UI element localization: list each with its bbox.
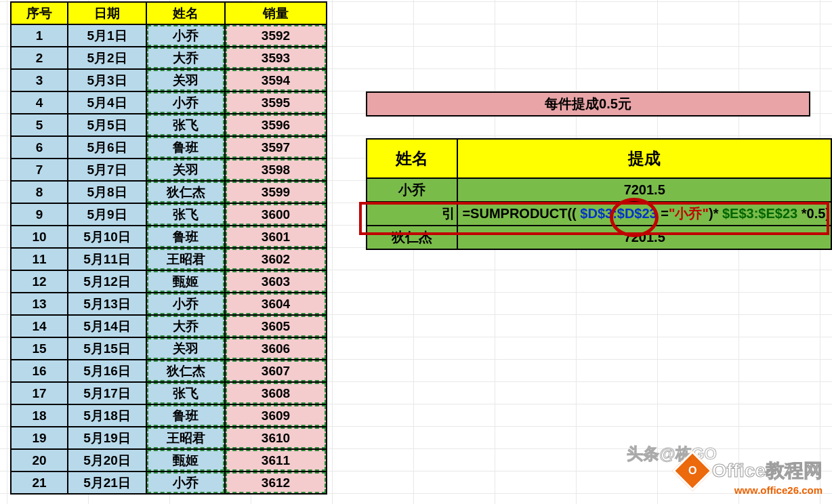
cell-name[interactable]: 张飞 — [146, 203, 225, 226]
sum-row[interactable]: 小乔 7201.5 — [367, 178, 831, 202]
cell-name[interactable]: 鲁班 — [146, 136, 225, 159]
cell-index[interactable]: 21 — [11, 471, 68, 494]
table-row[interactable]: 145月14日大乔3605 — [11, 315, 327, 337]
table-row[interactable]: 15月1日小乔3592 — [11, 24, 327, 47]
header-index[interactable]: 序号 — [11, 2, 68, 24]
table-row[interactable]: 95月9日张飞3600 — [11, 203, 327, 226]
header-value[interactable]: 销量 — [225, 2, 327, 24]
cell-value[interactable]: 3603 — [225, 270, 327, 293]
cell-value[interactable]: 3612 — [225, 471, 327, 494]
cell-value[interactable]: 3595 — [225, 91, 327, 114]
cell-value[interactable]: 3604 — [225, 293, 327, 315]
cell-value[interactable]: 3599 — [225, 181, 327, 203]
cell-index[interactable]: 15 — [11, 337, 68, 360]
cell-date[interactable]: 5月16日 — [68, 360, 146, 382]
cell-date[interactable]: 5月2日 — [68, 47, 146, 69]
cell-date[interactable]: 5月19日 — [68, 427, 146, 449]
cell-index[interactable]: 7 — [11, 159, 68, 181]
cell-name[interactable]: 狄仁杰 — [146, 360, 225, 382]
cell-name[interactable]: 狄仁杰 — [146, 181, 225, 203]
cell-index[interactable]: 13 — [11, 293, 68, 315]
cell-index[interactable]: 19 — [11, 427, 68, 449]
table-row[interactable]: 35月3日关羽3594 — [11, 69, 327, 91]
cell-date[interactable]: 5月11日 — [68, 248, 146, 270]
cell-name[interactable]: 鲁班 — [146, 226, 225, 248]
table-row[interactable]: 65月6日鲁班3597 — [11, 136, 327, 159]
table-row[interactable]: 165月16日狄仁杰3607 — [11, 360, 327, 382]
cell-name[interactable]: 关羽 — [146, 337, 225, 360]
cell-value[interactable]: 3597 — [225, 136, 327, 159]
cell-index[interactable]: 3 — [11, 69, 68, 91]
bonus-banner[interactable]: 每件提成0.5元 — [366, 91, 810, 117]
table-row[interactable]: 75月7日关羽3598 — [11, 159, 327, 181]
cell-date[interactable]: 5月9日 — [68, 203, 146, 226]
cell-value[interactable]: 3593 — [225, 47, 327, 69]
cell-index[interactable]: 10 — [11, 226, 68, 248]
header-date[interactable]: 日期 — [68, 2, 146, 24]
cell-index[interactable]: 17 — [11, 382, 68, 404]
sum-row-editing[interactable]: 引 =SUMPRODUCT(( $D$3:$D$23 ="小乔")* $E$3:… — [367, 202, 831, 226]
cell-date[interactable]: 5月12日 — [68, 270, 146, 293]
cell-name[interactable]: 关羽 — [146, 69, 225, 91]
cell-value[interactable]: 3602 — [225, 248, 327, 270]
cell-index[interactable]: 11 — [11, 248, 68, 270]
table-row[interactable]: 185月18日鲁班3609 — [11, 404, 327, 427]
cell-name[interactable]: 大乔 — [146, 315, 225, 337]
sum-row[interactable]: 狄仁杰 7201.5 — [367, 226, 831, 249]
cell-value[interactable]: 3608 — [225, 382, 327, 404]
summary-table[interactable]: 姓名 提成 小乔 7201.5 引 =SUMPRODUCT(( $D$3:$D$… — [366, 138, 832, 250]
table-row[interactable]: 135月13日小乔3604 — [11, 293, 327, 315]
cell-value[interactable]: 3610 — [225, 427, 327, 449]
sum-name[interactable]: 狄仁杰 — [367, 226, 457, 249]
cell-date[interactable]: 5月5日 — [68, 114, 146, 136]
table-row[interactable]: 85月8日狄仁杰3599 — [11, 181, 327, 203]
cell-date[interactable]: 5月21日 — [68, 471, 146, 494]
sum-name-truncated[interactable]: 引 — [367, 202, 457, 226]
cell-index[interactable]: 16 — [11, 360, 68, 382]
cell-index[interactable]: 14 — [11, 315, 68, 337]
cell-name[interactable]: 甄姬 — [146, 270, 225, 293]
cell-name[interactable]: 小乔 — [146, 91, 225, 114]
cell-value[interactable]: 3594 — [225, 69, 327, 91]
table-row[interactable]: 115月11日王昭君3602 — [11, 248, 327, 270]
cell-date[interactable]: 5月18日 — [68, 404, 146, 427]
sum-bonus[interactable]: 7201.5 — [457, 226, 831, 249]
cell-date[interactable]: 5月20日 — [68, 449, 146, 471]
sum-header-name[interactable]: 姓名 — [367, 139, 457, 178]
cell-index[interactable]: 4 — [11, 91, 68, 114]
cell-index[interactable]: 9 — [11, 203, 68, 226]
cell-date[interactable]: 5月13日 — [68, 293, 146, 315]
table-row[interactable]: 45月4日小乔3595 — [11, 91, 327, 114]
cell-date[interactable]: 5月6日 — [68, 136, 146, 159]
cell-date[interactable]: 5月3日 — [68, 69, 146, 91]
cell-name[interactable]: 王昭君 — [146, 248, 225, 270]
table-row[interactable]: 125月12日甄姬3603 — [11, 270, 327, 293]
cell-date[interactable]: 5月1日 — [68, 24, 146, 47]
table-row[interactable]: 25月2日大乔3593 — [11, 47, 327, 69]
table-row[interactable]: 195月19日王昭君3610 — [11, 427, 327, 449]
cell-value[interactable]: 3600 — [225, 203, 327, 226]
cell-index[interactable]: 6 — [11, 136, 68, 159]
table-row[interactable]: 175月17日张飞3608 — [11, 382, 327, 404]
cell-name[interactable]: 鲁班 — [146, 404, 225, 427]
cell-value[interactable]: 3605 — [225, 315, 327, 337]
cell-index[interactable]: 12 — [11, 270, 68, 293]
data-table[interactable]: 序号 日期 姓名 销量 15月1日小乔359225月2日大乔359335月3日关… — [10, 1, 327, 495]
cell-name[interactable]: 张飞 — [146, 114, 225, 136]
cell-date[interactable]: 5月17日 — [68, 382, 146, 404]
table-row[interactable]: 105月10日鲁班3601 — [11, 226, 327, 248]
cell-value[interactable]: 3592 — [225, 24, 327, 47]
cell-name[interactable]: 小乔 — [146, 293, 225, 315]
cell-value[interactable]: 3601 — [225, 226, 327, 248]
cell-name[interactable]: 小乔 — [146, 471, 225, 494]
cell-index[interactable]: 20 — [11, 449, 68, 471]
cell-name[interactable]: 张飞 — [146, 382, 225, 404]
table-row[interactable]: 215月21日小乔3612 — [11, 471, 327, 494]
cell-value[interactable]: 3611 — [225, 449, 327, 471]
cell-index[interactable]: 8 — [11, 181, 68, 203]
cell-index[interactable]: 1 — [11, 24, 68, 47]
cell-value[interactable]: 3609 — [225, 404, 327, 427]
cell-index[interactable]: 5 — [11, 114, 68, 136]
cell-name[interactable]: 小乔 — [146, 24, 225, 47]
table-row[interactable]: 55月5日张飞3596 — [11, 114, 327, 136]
